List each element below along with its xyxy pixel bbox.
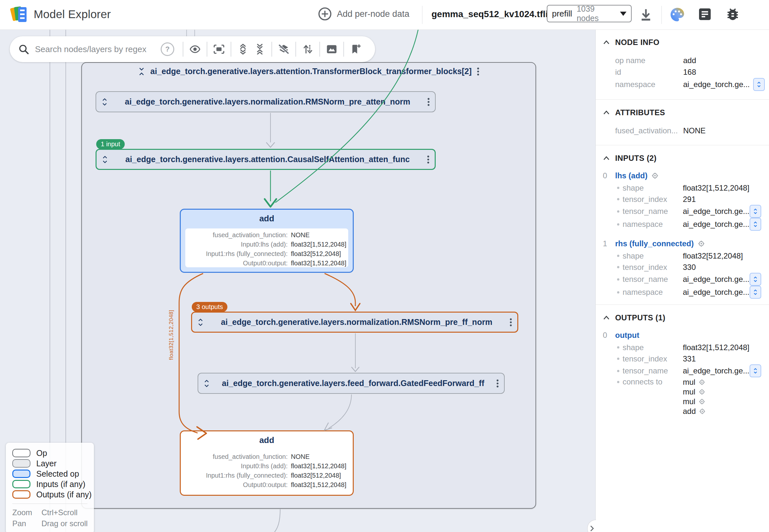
- node-causal-self-attention[interactable]: ai_edge_torch.generative.layers.attentio…: [95, 149, 436, 170]
- node-add-selected[interactable]: add fused_activation_function:NONE Input…: [180, 209, 354, 273]
- download-button[interactable]: [639, 7, 653, 24]
- attributes-rows: fused_activation...NONE: [615, 125, 769, 137]
- expand-layer-icon[interactable]: [204, 380, 210, 387]
- attr-row-fused-activation: fused_activation...NONE: [615, 125, 769, 137]
- theme-button[interactable]: [669, 6, 685, 24]
- info-row-namespace: namespaceai_edge_torch.ge...: [615, 78, 769, 91]
- output-name-link[interactable]: output: [615, 331, 640, 340]
- section-node-info[interactable]: NODE INFO: [596, 29, 769, 47]
- collapse-all-layers-button[interactable]: [251, 39, 268, 59]
- legend-item-layer: Layer: [12, 458, 94, 469]
- fit-to-screen-button[interactable]: [211, 39, 228, 59]
- outputs-badge: 3 outputs: [192, 302, 228, 312]
- prop-value: ai_edge_torch.ge...: [683, 207, 750, 216]
- shortcut-keys: Drag or scroll: [41, 519, 88, 528]
- prop-tensor-name: tensor_nameai_edge_torch.ge...: [596, 273, 769, 286]
- export-image-button[interactable]: [323, 39, 340, 59]
- locate-icon[interactable]: [699, 408, 706, 415]
- layer-transformer-block-title[interactable]: ai_edge_torch.generative.layers.attentio…: [82, 67, 535, 76]
- prop-tensor-index: tensor_index331: [596, 353, 769, 364]
- section-outputs[interactable]: OUTPUTS (1): [596, 305, 769, 322]
- unfold-more-icon: [753, 221, 758, 227]
- connects-to-node[interactable]: add: [683, 406, 706, 416]
- more-vert-icon[interactable]: [496, 379, 499, 388]
- op-attributes-box: fused_activation_function:NONE Input0:lh…: [185, 228, 348, 267]
- attr-label: fused_activation_function:: [185, 230, 288, 240]
- flatten-layers-button[interactable]: [299, 39, 316, 59]
- expand-layer-icon[interactable]: [197, 318, 204, 326]
- locate-icon[interactable]: [698, 240, 705, 247]
- attr-value: NONE: [291, 230, 310, 240]
- report-bug-button[interactable]: [725, 6, 741, 23]
- expand-layer-icon[interactable]: [101, 98, 108, 106]
- expand-text-button[interactable]: [750, 218, 761, 231]
- toggle-visibility-button[interactable]: [186, 39, 204, 59]
- edge-tensor-label: float32[1,512,2048]: [168, 306, 174, 363]
- node-add-output[interactable]: add fused_activation_function:NONE Input…: [180, 430, 354, 496]
- section-inputs[interactable]: INPUTS (2): [596, 145, 769, 163]
- prop-value: float32[1,512,2048]: [683, 343, 769, 352]
- locate-icon[interactable]: [699, 389, 705, 395]
- prop-value: ai_edge_torch.ge...: [683, 366, 750, 375]
- section-attributes[interactable]: ATTRIBUTES: [596, 100, 769, 117]
- op-swatch: [12, 449, 30, 457]
- expand-text-button[interactable]: [753, 78, 765, 91]
- node-rmsnorm-pre-ff-norm[interactable]: ai_edge_torch.generative.layers.normaliz…: [191, 312, 518, 333]
- search-input[interactable]: [34, 44, 161, 55]
- prop-connects-to: connects to mul mul mul add: [596, 377, 769, 416]
- hide-layers-button[interactable]: [275, 39, 292, 59]
- node-details-panel: NODE INFO op nameadd id168 namespaceai_e…: [596, 29, 769, 532]
- node-rmsnorm-pre-atten-norm[interactable]: ai_edge_torch.generative.layers.normaliz…: [95, 91, 436, 112]
- input-index: 0: [603, 171, 615, 180]
- bookmark-add-icon: [350, 44, 361, 55]
- legend-label: Selected op: [36, 469, 79, 479]
- expand-text-button[interactable]: [750, 205, 761, 218]
- locate-icon[interactable]: [699, 398, 705, 405]
- legend-item-inputs: Inputs (if any): [12, 479, 94, 489]
- attr-value: float32[1,512,2048]: [291, 480, 346, 490]
- expand-text-button[interactable]: [750, 273, 761, 286]
- row-label: id: [615, 68, 683, 77]
- shortcut-zoom: ZoomCtrl+Scroll: [12, 507, 94, 518]
- collapse-layer-icon[interactable]: [138, 67, 145, 76]
- node-gated-feed-forward[interactable]: ai_edge_torch.generative.layers.feed_for…: [198, 373, 505, 394]
- toolbar-divider: [343, 42, 344, 57]
- unfold-more-icon: [756, 81, 762, 88]
- add-per-node-data-button[interactable]: Add per-node data: [318, 7, 409, 21]
- connects-to-node[interactable]: mul: [683, 397, 706, 406]
- expand-text-button[interactable]: [750, 286, 761, 299]
- chevron-up-icon: [603, 39, 610, 45]
- expand-all-layers-button[interactable]: [235, 39, 251, 59]
- bookmark-add-button[interactable]: [347, 39, 364, 59]
- chevron-up-icon: [603, 155, 610, 161]
- add-per-node-data-label: Add per-node data: [337, 9, 409, 19]
- image-icon: [326, 44, 337, 54]
- toolbar-divider: [272, 42, 272, 57]
- connects-to-node[interactable]: mul: [683, 387, 706, 396]
- input-name-link[interactable]: rhs (fully_connected): [615, 239, 694, 248]
- connects-to-node[interactable]: mul: [683, 377, 706, 387]
- row-label: namespace: [615, 80, 683, 89]
- locate-icon[interactable]: [652, 172, 659, 179]
- shortcut-action: Zoom: [12, 508, 41, 517]
- search-help-icon[interactable]: ?: [161, 42, 174, 56]
- graph-selector-dropdown[interactable]: prefill 1039 nodes: [547, 5, 632, 22]
- expand-text-button[interactable]: [750, 364, 761, 377]
- layer-title: ai_edge_torch.generative.layers.normaliz…: [113, 97, 422, 106]
- unfold-more-icon: [753, 208, 758, 215]
- unfold-more-icon: [753, 289, 758, 295]
- more-vert-icon[interactable]: [427, 97, 430, 106]
- more-vert-icon[interactable]: [477, 67, 479, 76]
- docs-button[interactable]: [697, 6, 713, 23]
- more-vert-icon[interactable]: [427, 155, 429, 164]
- attr-value: float32[512,2048]: [291, 249, 341, 259]
- toolbar-divider: [183, 42, 183, 57]
- legend-card: Op Layer Selected op Inputs (if any) Out…: [6, 443, 94, 532]
- locate-icon[interactable]: [699, 379, 705, 385]
- expand-layer-icon[interactable]: [102, 156, 108, 163]
- shortcut-keys: Ctrl+Scroll: [41, 508, 77, 517]
- legend-label: Inputs (if any): [36, 480, 85, 489]
- input-name-link[interactable]: lhs (add): [615, 171, 648, 180]
- input-index: 1: [603, 239, 615, 248]
- more-vert-icon[interactable]: [509, 318, 512, 327]
